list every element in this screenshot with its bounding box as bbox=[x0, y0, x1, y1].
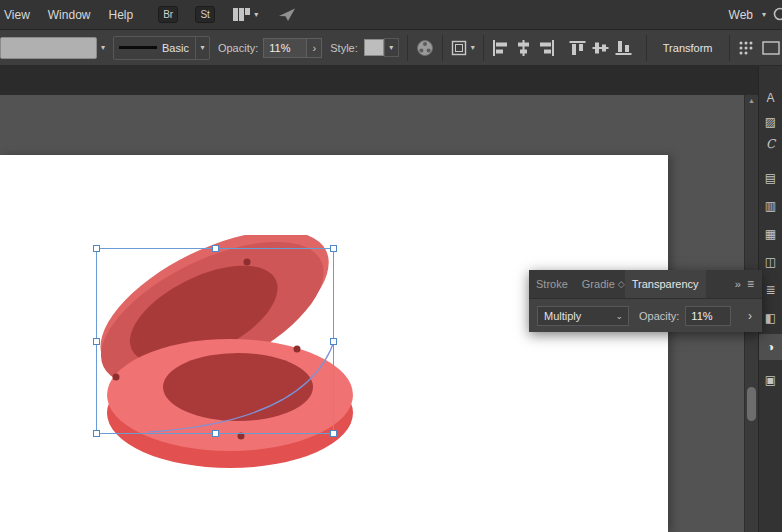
graphic-style-swatch[interactable] bbox=[364, 39, 384, 56]
arrange-documents-icon[interactable]: ▾ bbox=[233, 8, 258, 21]
chevron-down-icon[interactable]: ▾ bbox=[384, 38, 399, 57]
chevron-down-icon: ⌄ bbox=[615, 311, 628, 321]
bridge-button[interactable]: Br bbox=[158, 6, 178, 23]
chevron-down-icon[interactable]: ▾ bbox=[101, 43, 105, 52]
character-panel-icon[interactable]: A bbox=[759, 86, 782, 110]
symbols-panel-icon[interactable]: ▦ bbox=[759, 222, 782, 246]
panel-opacity-input[interactable] bbox=[685, 306, 731, 326]
vertical-align-bottom-icon[interactable] bbox=[615, 40, 632, 56]
panel-header: Stroke Gradie ◇ Transparency » ≡ bbox=[529, 270, 762, 299]
scroll-up-icon[interactable]: ▲ bbox=[745, 97, 758, 104]
selection-handle[interactable] bbox=[212, 245, 219, 252]
artboards-panel-icon[interactable]: ◫ bbox=[759, 250, 782, 274]
control-bar: ▾ Basic ▾ Opacity: › Style: ▾ ▾ bbox=[0, 30, 782, 66]
divider bbox=[646, 35, 647, 61]
horizontal-align-center-icon[interactable] bbox=[515, 40, 532, 56]
canvas-top-strip bbox=[0, 66, 758, 95]
recolor-artwork-icon[interactable] bbox=[416, 39, 434, 57]
brushes-panel-icon[interactable]: ▥ bbox=[759, 194, 782, 218]
chevron-down-icon: ▾ bbox=[762, 10, 766, 19]
collapse-panel-icon[interactable]: » bbox=[729, 278, 747, 290]
divider bbox=[407, 35, 408, 61]
graphic-styles-panel-icon[interactable]: ▤ bbox=[759, 166, 782, 190]
isolate-object-icon[interactable] bbox=[738, 40, 754, 56]
selection-bounding-box[interactable] bbox=[96, 248, 334, 434]
stroke-preview bbox=[119, 46, 157, 49]
color-panel-icon[interactable]: C bbox=[759, 132, 782, 156]
panel-opacity-label: Opacity: bbox=[639, 310, 679, 322]
vertical-align-center-icon[interactable] bbox=[592, 40, 609, 56]
tab-stroke[interactable]: Stroke bbox=[529, 270, 575, 298]
divider bbox=[729, 35, 730, 61]
chevron-down-icon[interactable]: ▾ bbox=[195, 37, 209, 59]
selection-handle[interactable] bbox=[330, 338, 337, 345]
search-icon[interactable] bbox=[772, 6, 782, 24]
panel-body: Multiply ⌄ Opacity: › bbox=[529, 299, 762, 332]
horizontal-align-right-icon[interactable] bbox=[538, 40, 555, 56]
scrollbar-thumb[interactable] bbox=[747, 387, 756, 421]
workspace-label: Web bbox=[729, 8, 753, 22]
shape-options-icon[interactable] bbox=[762, 40, 780, 56]
vertical-align-top-icon[interactable] bbox=[569, 40, 586, 56]
selection-handle[interactable] bbox=[93, 338, 100, 345]
tab-gradient[interactable]: Gradie bbox=[575, 270, 622, 298]
blend-mode-value: Multiply bbox=[538, 310, 581, 322]
horizontal-align-left-icon[interactable] bbox=[492, 40, 509, 56]
menu-item-window[interactable]: Window bbox=[39, 8, 100, 22]
menubar: View Window Help Br St ▾ Web ▾ bbox=[0, 0, 782, 30]
blend-mode-select[interactable]: Multiply ⌄ bbox=[537, 306, 629, 326]
menu-item-help[interactable]: Help bbox=[99, 8, 142, 22]
panel-menu-icon[interactable]: ≡ bbox=[747, 277, 762, 291]
stroke-style-label: Basic bbox=[162, 42, 195, 54]
divider bbox=[483, 35, 484, 61]
selection-handle[interactable] bbox=[93, 245, 100, 252]
gradient-panel-icon[interactable]: ◧ bbox=[759, 306, 782, 330]
swatches-panel-icon[interactable]: ▨ bbox=[759, 110, 782, 134]
stock-button[interactable]: St bbox=[195, 6, 215, 23]
gradient-tab-icon: ◇ bbox=[618, 279, 625, 289]
selection-handle[interactable] bbox=[330, 430, 337, 437]
opacity-options-button[interactable]: › bbox=[307, 38, 322, 58]
transparency-panel-icon[interactable]: ◑ bbox=[759, 334, 782, 360]
layers-panel-icon[interactable]: ≣ bbox=[759, 278, 782, 302]
workspace-switcher[interactable]: Web ▾ bbox=[729, 8, 772, 22]
share-icon[interactable] bbox=[278, 7, 296, 22]
style-label: Style: bbox=[330, 42, 358, 54]
selection-handle[interactable] bbox=[93, 430, 100, 437]
menu-item-view[interactable]: View bbox=[0, 8, 39, 22]
transform-link[interactable]: Transform bbox=[663, 42, 713, 54]
tab-transparency[interactable]: Transparency bbox=[625, 270, 706, 298]
stroke-style-dropdown[interactable]: Basic ▾ bbox=[113, 36, 210, 60]
panel-opacity-options-icon[interactable]: › bbox=[746, 309, 754, 323]
opacity-label: Opacity: bbox=[218, 42, 258, 54]
selection-handle[interactable] bbox=[212, 430, 219, 437]
divider bbox=[442, 35, 443, 61]
document-setup-icon[interactable] bbox=[451, 40, 467, 56]
opacity-input[interactable] bbox=[263, 38, 307, 58]
links-panel-icon[interactable]: ▣ bbox=[759, 368, 782, 392]
fill-appearance-swatch[interactable] bbox=[0, 37, 97, 59]
transparency-panel: Stroke Gradie ◇ Transparency » ≡ Multipl… bbox=[529, 270, 762, 332]
selection-handle[interactable] bbox=[330, 245, 337, 252]
chevron-down-icon[interactable]: ▾ bbox=[471, 43, 475, 52]
chevron-down-icon: ▾ bbox=[254, 10, 258, 19]
